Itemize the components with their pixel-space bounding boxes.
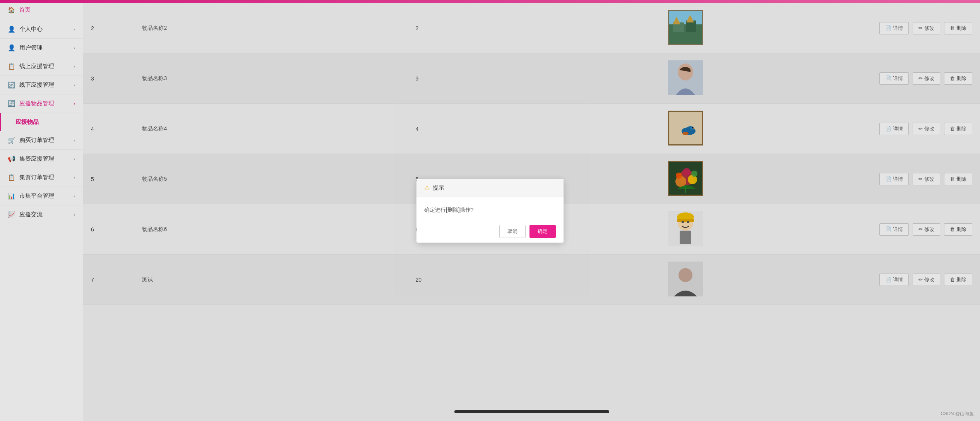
dialog-overlay: ⚠ 提示 确定进行[删除]操作? 取消 确定 <box>0 0 980 421</box>
dialog-message: 确定进行[删除]操作? <box>424 207 474 213</box>
confirm-dialog: ⚠ 提示 确定进行[删除]操作? 取消 确定 <box>416 179 564 243</box>
dialog-header: ⚠ 提示 <box>416 179 564 197</box>
warning-icon: ⚠ <box>424 184 430 192</box>
dialog-title: 提示 <box>433 184 444 192</box>
dialog-cancel-button[interactable]: 取消 <box>499 225 526 238</box>
dialog-footer: 取消 确定 <box>416 220 564 243</box>
dialog-body: 确定进行[删除]操作? <box>416 197 564 220</box>
dialog-confirm-button[interactable]: 确定 <box>529 225 556 238</box>
